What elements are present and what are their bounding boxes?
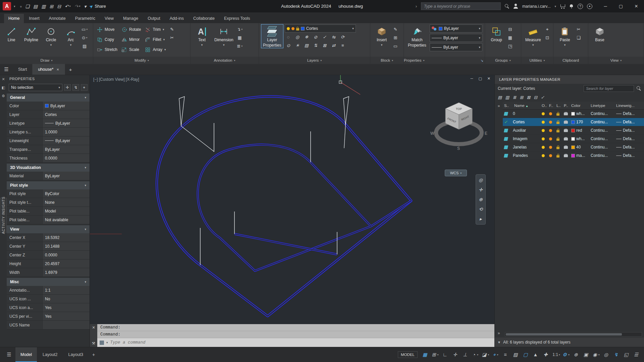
viewcube[interactable]: W S E TOP FRONT RIGHT bbox=[427, 95, 491, 167]
property-row[interactable]: Center Y10.1488 bbox=[7, 242, 90, 251]
Cortes[interactable]: ✓ Cortes 170 Continu... Defa... bbox=[503, 118, 644, 126]
new-group-filter-icon[interactable]: ▥ bbox=[505, 95, 509, 100]
cart-icon[interactable] bbox=[560, 4, 565, 8]
Imagem[interactable]: ✓ Imagem wh... Continu... Defa... bbox=[503, 135, 644, 143]
save-as-icon[interactable]: ▥ bbox=[41, 4, 46, 9]
property-row[interactable]: Transpare...ByLayer bbox=[7, 145, 90, 154]
quick-properties-icon[interactable]: ▣ bbox=[582, 350, 590, 360]
match-layer-icon[interactable]: ⇆ bbox=[331, 34, 337, 40]
modify-panel-title[interactable]: Modify▾ bbox=[93, 57, 190, 64]
col-name[interactable]: Name ▲ bbox=[512, 104, 540, 108]
close-button[interactable]: ✕ bbox=[629, 0, 644, 12]
copy-button[interactable]: Copy bbox=[96, 37, 119, 43]
pan-icon[interactable]: ✛ bbox=[479, 187, 483, 192]
Janelas[interactable]: ✓ Janelas 40 Continu... Defa... bbox=[503, 143, 644, 152]
layer-lineweight-cell[interactable]: Defa... bbox=[615, 120, 644, 124]
Auxiliar[interactable]: ✓ Auxiliar red Continu... Defa... bbox=[503, 126, 644, 135]
layer-lock-icon[interactable]: ⊘ bbox=[313, 34, 319, 40]
save-icon[interactable]: ▤ bbox=[33, 4, 38, 9]
annotation-scale-label[interactable]: 1:1 bbox=[552, 350, 560, 360]
undo-icon[interactable]: ↶ bbox=[65, 4, 71, 9]
section-plot-style[interactable]: Plot style bbox=[7, 181, 90, 189]
property-row[interactable]: Height20.4597 bbox=[7, 259, 90, 268]
autoscale-icon[interactable]: ✚ bbox=[542, 350, 550, 360]
layer-linetype-cell[interactable]: Continu... bbox=[589, 153, 615, 158]
annotation-more-icon[interactable]: ≣ bbox=[237, 43, 243, 49]
batch-plot-icon[interactable]: ⊟ bbox=[57, 4, 61, 9]
layer-color-cell[interactable]: wh... bbox=[570, 136, 589, 141]
share-button[interactable]: ➤ Share bbox=[89, 4, 106, 9]
clipboard-panel-title[interactable]: Clipboard bbox=[553, 57, 588, 64]
Paredes[interactable]: ✓ Paredes ma... Continu... Defa... bbox=[503, 152, 644, 160]
make-current-icon[interactable]: ✓ bbox=[322, 34, 328, 40]
help-icon[interactable]: ? bbox=[578, 4, 583, 9]
layer-lineweight-cell[interactable]: Defa... bbox=[615, 145, 644, 149]
property-row[interactable]: UCS icon a...Yes bbox=[7, 303, 90, 312]
layer-search-input[interactable] bbox=[584, 85, 634, 92]
explode-icon[interactable]: ✂ bbox=[169, 35, 175, 41]
search-input[interactable] bbox=[421, 2, 501, 10]
infer-constraints-icon[interactable]: ∟ bbox=[441, 350, 449, 360]
table-icon[interactable]: ▦ bbox=[237, 35, 243, 41]
property-row[interactable]: LineweightByLayer bbox=[7, 136, 90, 145]
layer-freeze-icon[interactable] bbox=[549, 129, 552, 132]
layer-name[interactable]: Paredes bbox=[512, 153, 540, 158]
layout2-tab[interactable]: Layout2 bbox=[38, 347, 62, 362]
ribbon-tab[interactable]: Add-ins bbox=[165, 14, 188, 23]
layer-freeze-icon[interactable]: ❄ bbox=[304, 34, 310, 40]
lock-ui-icon[interactable]: ◉ bbox=[592, 350, 600, 360]
layer-lineweight-cell[interactable]: Defa... bbox=[615, 153, 644, 158]
property-row[interactable]: Plot table...Not available bbox=[7, 216, 90, 224]
lineweight-combo[interactable]: ByLayer▾ bbox=[430, 34, 482, 42]
stretch-button[interactable]: Stretch bbox=[96, 47, 119, 53]
graphics-performance-icon[interactable]: ↯ bbox=[612, 350, 621, 360]
layer-filter-toggle-icon[interactable]: ▾ bbox=[498, 340, 500, 345]
maximize-button[interactable]: ▢ bbox=[613, 0, 629, 12]
layer-on-icon[interactable] bbox=[542, 129, 545, 132]
property-row[interactable]: Thickness0.0000 bbox=[7, 154, 90, 163]
scrollbar-thumb[interactable] bbox=[506, 333, 622, 336]
scale-button[interactable]: Scale bbox=[120, 47, 142, 53]
layer-name[interactable]: Imagem bbox=[512, 136, 540, 141]
layer-lineweight-cell[interactable]: Defa... bbox=[615, 128, 644, 133]
col-lineweight[interactable]: Lineweig... bbox=[615, 104, 644, 108]
move-button[interactable]: Move bbox=[96, 27, 119, 33]
new-layer-icon[interactable]: ⊞ bbox=[520, 95, 524, 100]
layer-lineweight-cell[interactable]: Defa... bbox=[615, 111, 644, 116]
layer-plot-icon[interactable] bbox=[564, 113, 568, 115]
lineweight-display-icon[interactable]: ≡ bbox=[501, 350, 510, 360]
property-row[interactable]: UCS icon ...No bbox=[7, 295, 90, 303]
0[interactable]: ✓ 0 wh... Continu... Defa... bbox=[503, 110, 644, 118]
layer-color-cell[interactable]: wh... bbox=[570, 111, 589, 116]
ribbon-tab[interactable]: Manage bbox=[119, 14, 143, 23]
layer-previous-icon[interactable]: ⟳ bbox=[340, 34, 346, 40]
file-tab-start[interactable]: Start bbox=[13, 64, 33, 75]
layer-plot-icon[interactable] bbox=[564, 146, 568, 149]
line-button[interactable]: Line bbox=[2, 24, 20, 43]
cut-icon[interactable]: ✂ bbox=[576, 26, 582, 32]
layer-combo[interactable]: Cortes ▾ bbox=[285, 24, 356, 33]
notifications-icon[interactable] bbox=[569, 4, 574, 8]
fillet-button[interactable]: Fillet bbox=[144, 37, 167, 43]
selection-combo[interactable]: No selection▾ bbox=[9, 84, 62, 91]
annotation-monitor-icon[interactable]: ⊕ bbox=[572, 350, 580, 360]
panel-launcher-icon[interactable]: ↘ bbox=[481, 59, 483, 62]
activity-insights-tab[interactable]: ACTIVITY INSIGHTS bbox=[0, 198, 7, 233]
property-row[interactable]: Plot styleByColor bbox=[7, 189, 90, 198]
user-menu-caret-icon[interactable]: ▾ bbox=[554, 5, 556, 8]
osnap-icon[interactable]: ⌖ bbox=[491, 350, 500, 360]
username[interactable]: mariana.i.carv... bbox=[522, 4, 550, 9]
thaw-all-layers-icon[interactable]: ☀ bbox=[294, 43, 301, 48]
selection-cycling-icon[interactable]: ▢ bbox=[522, 350, 530, 360]
search-icon[interactable] bbox=[505, 4, 509, 8]
user-avatar[interactable] bbox=[513, 4, 518, 9]
paste-button[interactable]: Paste bbox=[556, 24, 574, 47]
layer-states-manager-icon[interactable]: ≣ bbox=[513, 95, 517, 100]
ribbon-tab[interactable]: Output bbox=[143, 14, 165, 23]
layer-name[interactable]: Janelas bbox=[512, 145, 540, 149]
ortho-icon[interactable]: ⊥ bbox=[461, 350, 470, 360]
layer-lock-icon[interactable] bbox=[556, 113, 559, 116]
property-row[interactable]: MaterialByLayer bbox=[7, 172, 90, 180]
layer-freeze-icon[interactable] bbox=[549, 137, 552, 140]
layer-color-cell[interactable]: red bbox=[570, 128, 589, 133]
